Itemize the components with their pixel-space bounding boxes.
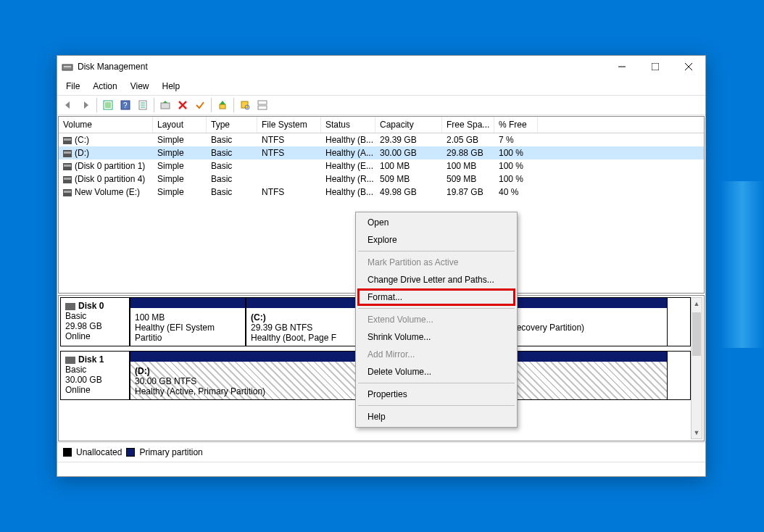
table-cell: NTFS (257, 186, 321, 199)
table-cell: Simple (153, 133, 207, 146)
checkmark-button[interactable] (192, 97, 208, 113)
table-cell: New Volume (E:) (59, 186, 153, 199)
menu-file[interactable]: File (60, 79, 86, 93)
col-layout[interactable]: Layout (153, 117, 207, 133)
toolbar-separator (154, 98, 154, 112)
toolbar-separator (233, 98, 234, 112)
find-button[interactable] (237, 97, 253, 113)
context-menu-item[interactable]: Properties (357, 386, 515, 403)
table-cell: Basic (207, 159, 257, 173)
table-cell: Basic (207, 146, 257, 159)
table-cell: 49.98 GB (375, 186, 442, 199)
table-cell (257, 173, 321, 186)
table-cell: 100 MB (442, 159, 494, 173)
app-icon (62, 61, 73, 72)
svg-rect-20 (258, 101, 267, 104)
table-cell: 7 % (494, 133, 538, 146)
close-button[interactable] (672, 56, 705, 78)
context-menu: OpenExploreMark Partition as ActiveChang… (355, 212, 518, 428)
action-refresh-button[interactable] (157, 97, 173, 113)
table-cell: Healthy (E... (321, 159, 375, 173)
menu-view[interactable]: View (125, 79, 155, 93)
help-button[interactable]: ? (117, 97, 133, 113)
titlebar[interactable]: Disk Management (57, 56, 705, 78)
disk-icon (65, 303, 75, 310)
context-menu-item[interactable]: Change Drive Letter and Paths... (357, 271, 515, 288)
table-cell: (Disk 0 partition 1) (59, 159, 153, 173)
table-cell: 30.00 GB (375, 146, 442, 159)
table-cell: Basic (207, 173, 257, 186)
svg-text:?: ? (123, 101, 128, 109)
statusbar (57, 462, 705, 476)
svg-rect-18 (241, 101, 248, 108)
svg-rect-1 (64, 66, 71, 67)
table-cell: Healthy (R... (321, 173, 375, 186)
table-cell: 29.39 GB (375, 133, 442, 146)
table-cell: (D:) (59, 146, 153, 159)
table-cell: (Disk 0 partition 4) (59, 173, 153, 186)
drive-icon (63, 150, 72, 157)
scroll-thumb[interactable] (692, 312, 701, 356)
context-menu-item[interactable]: Help (357, 408, 515, 425)
legend: Unallocated Primary partition (57, 442, 705, 462)
context-menu-item[interactable]: Delete Volume... (357, 363, 515, 381)
table-cell: (C:) (59, 133, 153, 146)
drive-icon (63, 163, 72, 170)
context-menu-item[interactable]: Open (357, 214, 515, 231)
context-menu-item[interactable]: Format... (357, 288, 515, 306)
svg-rect-17 (220, 104, 225, 109)
context-menu-item[interactable]: Explore (357, 231, 515, 249)
table-cell: 100 % (494, 146, 538, 159)
minimize-button[interactable] (605, 56, 639, 78)
scroll-up-arrow[interactable]: ▲ (692, 298, 702, 309)
table-cell: NTFS (257, 146, 321, 159)
drive-icon (63, 137, 72, 144)
back-button[interactable] (60, 97, 76, 113)
table-cell: Healthy (B... (321, 133, 375, 146)
partition[interactable]: 100 MBHealthy (EFI System Partitio (130, 298, 246, 346)
forward-button[interactable] (78, 97, 94, 113)
col-capacity[interactable]: Capacity (375, 117, 442, 133)
legend-swatch-unallocated (63, 448, 72, 457)
context-menu-item: Add Mirror... (357, 346, 515, 363)
refresh-button[interactable] (100, 97, 116, 113)
menu-help[interactable]: Help (157, 79, 186, 93)
table-row[interactable]: New Volume (E:)SimpleBasicNTFSHealthy (B… (59, 186, 704, 199)
col-freespace[interactable]: Free Spa... (442, 117, 494, 133)
legend-label-primary: Primary partition (139, 447, 202, 457)
col-filesystem[interactable]: File System (257, 117, 321, 133)
svg-rect-7 (105, 102, 111, 108)
table-cell (257, 159, 321, 173)
col-pctfree[interactable]: % Free (494, 117, 538, 133)
table-cell: Healthy (B... (321, 186, 375, 199)
table-cell: Simple (153, 159, 207, 173)
table-row[interactable]: (Disk 0 partition 4)SimpleBasicHealthy (… (59, 173, 704, 186)
col-type[interactable]: Type (207, 117, 257, 133)
up-button[interactable] (215, 97, 231, 113)
disk-info[interactable]: Disk 1Basic30.00 GBOnline (60, 351, 130, 400)
menu-action[interactable]: Action (87, 79, 123, 93)
disk-info[interactable]: Disk 0Basic29.98 GBOnline (60, 297, 130, 346)
table-cell: 509 MB (442, 173, 494, 186)
table-row[interactable]: (D:)SimpleBasicNTFSHealthy (A...30.00 GB… (59, 146, 704, 159)
context-menu-item[interactable]: Shrink Volume... (357, 328, 515, 346)
table-row[interactable]: (Disk 0 partition 1)SimpleBasicHealthy (… (59, 159, 704, 173)
legend-label-unallocated: Unallocated (76, 447, 122, 457)
col-volume[interactable]: Volume (59, 117, 153, 133)
scroll-down-arrow[interactable]: ▼ (692, 427, 702, 439)
vertical-scrollbar[interactable]: ▲ ▼ (691, 297, 702, 439)
layout-button[interactable] (254, 97, 270, 113)
disk-icon (65, 357, 75, 364)
delete-button[interactable] (175, 97, 191, 113)
table-cell: NTFS (257, 133, 321, 146)
table-cell: 100 % (494, 173, 538, 186)
table-header: Volume Layout Type File System Status Ca… (59, 117, 704, 133)
svg-rect-3 (652, 63, 659, 70)
properties-button[interactable] (135, 97, 151, 113)
menubar: File Action View Help (57, 78, 705, 95)
table-row[interactable]: (C:)SimpleBasicNTFSHealthy (B...29.39 GB… (59, 133, 704, 146)
maximize-button[interactable] (639, 56, 672, 78)
table-cell: Simple (153, 173, 207, 186)
col-status[interactable]: Status (321, 117, 375, 133)
table-cell: 19.87 GB (442, 186, 494, 199)
